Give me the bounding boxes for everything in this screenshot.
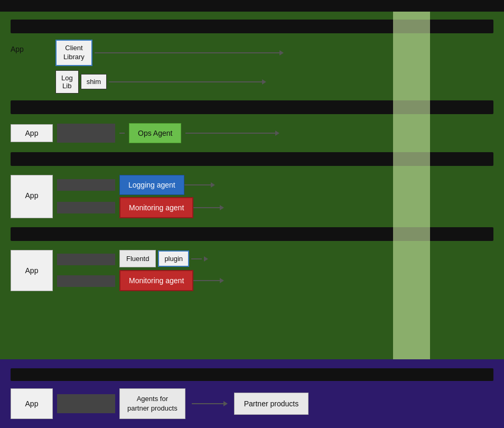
arrow-right-2 — [185, 131, 279, 136]
app-box-row3: App — [11, 175, 53, 218]
agents-partner-box: Agents for partner products — [119, 388, 185, 419]
monitoring-agent-row-3: Monitoring agent — [119, 197, 224, 218]
client-lib-row: Client Library — [55, 40, 284, 66]
monitoring-agent-box-row4: Monitoring agent — [119, 270, 193, 291]
app-text-row1: App — [11, 45, 24, 53]
client-lib-group: Client Library Log Lib shim — [55, 40, 284, 94]
fluentd-box: Fluentd — [119, 250, 156, 267]
log-shim-row: Log Lib shim — [55, 70, 284, 94]
top-bar — [0, 0, 504, 12]
monitoring-agent-row-4: Monitoring agent — [119, 270, 224, 291]
section-header-purple — [11, 368, 493, 381]
fluentd-plugin-row: Fluentd plugin — [119, 250, 224, 267]
purple-row: App Agents for partner products Partner … — [0, 385, 504, 422]
monitoring-agent-box-row3: Monitoring agent — [119, 197, 193, 218]
connector-purple — [57, 394, 115, 413]
light-green-column — [393, 12, 430, 359]
arrow-right-1b — [109, 79, 266, 85]
ops-agent-box: Ops Agent — [129, 123, 181, 143]
app-box-row2: App — [11, 124, 53, 142]
shim-box: shim — [81, 74, 107, 89]
connector-row3 — [57, 175, 115, 218]
arrow-to-partner — [192, 401, 228, 406]
connector-row4 — [57, 250, 115, 291]
logging-agent-row: Logging agent — [119, 175, 224, 195]
client-library-box: Client Library — [55, 40, 92, 66]
logging-agent-box: Logging agent — [119, 175, 184, 195]
log-lib-box: Log Lib — [55, 70, 79, 94]
plugin-box: plugin — [158, 250, 189, 267]
app-box-row4: App — [11, 250, 53, 291]
partner-products-box: Partner products — [234, 393, 309, 415]
agents-col-row4: Fluentd plugin Monitoring agent — [119, 250, 224, 291]
green-section: App Client Library Log Lib — [0, 12, 504, 359]
purple-section: App Agents for partner products Partner … — [0, 359, 504, 428]
app-label-row1: App — [11, 40, 34, 53]
app-box-purple: App — [11, 388, 53, 419]
main-area: App Client Library Log Lib — [0, 12, 504, 428]
agents-col-row3: Logging agent Monitoring agent — [119, 175, 224, 218]
arrow-to-ops — [119, 133, 125, 134]
connector-row2 — [57, 124, 115, 143]
arrow-right-1a — [95, 50, 284, 55]
